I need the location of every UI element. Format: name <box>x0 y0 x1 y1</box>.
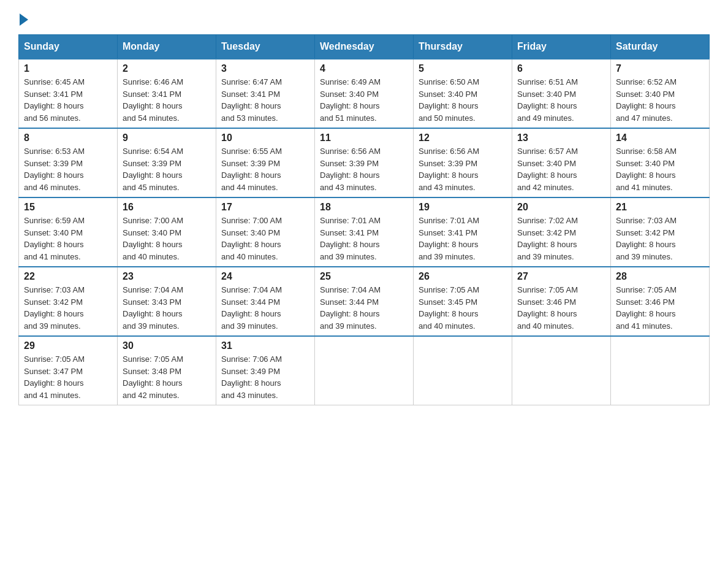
day-number: 3 <box>221 63 309 74</box>
day-info: Sunrise: 7:00 AMSunset: 3:40 PMDaylight:… <box>123 215 211 262</box>
day-info: Sunrise: 6:52 AMSunset: 3:40 PMDaylight:… <box>616 76 704 124</box>
week-row-1: 1Sunrise: 6:45 AMSunset: 3:41 PMDaylight… <box>19 59 710 128</box>
calendar-cell: 21Sunrise: 7:03 AMSunset: 3:42 PMDayligh… <box>611 197 710 267</box>
day-number: 19 <box>419 202 507 213</box>
day-info: Sunrise: 7:06 AMSunset: 3:49 PMDaylight:… <box>221 353 309 401</box>
calendar-cell <box>414 336 512 405</box>
day-number: 18 <box>320 202 408 213</box>
day-number: 21 <box>616 202 704 213</box>
calendar-cell: 6Sunrise: 6:51 AMSunset: 3:40 PMDaylight… <box>512 59 611 128</box>
day-info: Sunrise: 7:05 AMSunset: 3:47 PMDaylight:… <box>24 353 112 401</box>
calendar-cell: 25Sunrise: 7:04 AMSunset: 3:44 PMDayligh… <box>315 267 414 336</box>
calendar-cell: 29Sunrise: 7:05 AMSunset: 3:47 PMDayligh… <box>19 336 118 405</box>
day-info: Sunrise: 6:50 AMSunset: 3:40 PMDaylight:… <box>419 76 507 124</box>
day-number: 2 <box>123 63 211 74</box>
day-info: Sunrise: 6:55 AMSunset: 3:39 PMDaylight:… <box>221 145 309 193</box>
calendar-cell: 28Sunrise: 7:05 AMSunset: 3:46 PMDayligh… <box>611 267 710 336</box>
day-number: 11 <box>320 132 408 144</box>
day-info: Sunrise: 6:59 AMSunset: 3:40 PMDaylight:… <box>24 215 112 262</box>
week-row-4: 22Sunrise: 7:03 AMSunset: 3:42 PMDayligh… <box>19 267 710 336</box>
day-info: Sunrise: 6:46 AMSunset: 3:41 PMDaylight:… <box>123 76 211 124</box>
calendar-cell: 31Sunrise: 7:06 AMSunset: 3:49 PMDayligh… <box>216 336 315 405</box>
day-number: 23 <box>123 271 211 282</box>
calendar-cell: 27Sunrise: 7:05 AMSunset: 3:46 PMDayligh… <box>512 267 611 336</box>
day-number: 16 <box>123 202 211 213</box>
day-info: Sunrise: 6:58 AMSunset: 3:40 PMDaylight:… <box>616 145 704 193</box>
calendar-cell: 16Sunrise: 7:00 AMSunset: 3:40 PMDayligh… <box>118 197 216 267</box>
day-number: 27 <box>517 271 605 282</box>
calendar-cell: 26Sunrise: 7:05 AMSunset: 3:45 PMDayligh… <box>414 267 512 336</box>
weekday-header-thursday: Thursday <box>414 35 512 59</box>
logo <box>18 12 28 23</box>
day-info: Sunrise: 6:56 AMSunset: 3:39 PMDaylight:… <box>419 145 507 193</box>
day-number: 9 <box>123 132 211 144</box>
weekday-header-sunday: Sunday <box>19 35 118 59</box>
day-number: 22 <box>24 271 112 282</box>
calendar-cell: 8Sunrise: 6:53 AMSunset: 3:39 PMDaylight… <box>19 128 118 197</box>
calendar-table: SundayMondayTuesdayWednesdayThursdayFrid… <box>18 34 710 405</box>
day-number: 13 <box>517 132 605 144</box>
weekday-header-friday: Friday <box>512 35 611 59</box>
day-number: 6 <box>517 63 605 74</box>
weekday-header-wednesday: Wednesday <box>315 35 414 59</box>
day-info: Sunrise: 6:49 AMSunset: 3:40 PMDaylight:… <box>320 76 408 124</box>
week-row-3: 15Sunrise: 6:59 AMSunset: 3:40 PMDayligh… <box>19 197 710 267</box>
day-info: Sunrise: 7:04 AMSunset: 3:44 PMDaylight:… <box>320 284 408 332</box>
calendar-cell: 13Sunrise: 6:57 AMSunset: 3:40 PMDayligh… <box>512 128 611 197</box>
day-number: 17 <box>221 202 309 213</box>
day-info: Sunrise: 7:03 AMSunset: 3:42 PMDaylight:… <box>24 284 112 332</box>
calendar-cell: 9Sunrise: 6:54 AMSunset: 3:39 PMDaylight… <box>118 128 216 197</box>
day-info: Sunrise: 6:57 AMSunset: 3:40 PMDaylight:… <box>517 145 605 193</box>
calendar-cell: 7Sunrise: 6:52 AMSunset: 3:40 PMDaylight… <box>611 59 710 128</box>
day-info: Sunrise: 6:45 AMSunset: 3:41 PMDaylight:… <box>24 76 112 124</box>
calendar-cell <box>315 336 414 405</box>
day-number: 1 <box>24 63 112 74</box>
day-info: Sunrise: 6:47 AMSunset: 3:41 PMDaylight:… <box>221 76 309 124</box>
day-info: Sunrise: 7:03 AMSunset: 3:42 PMDaylight:… <box>616 215 704 262</box>
calendar-cell: 24Sunrise: 7:04 AMSunset: 3:44 PMDayligh… <box>216 267 315 336</box>
calendar-cell: 22Sunrise: 7:03 AMSunset: 3:42 PMDayligh… <box>19 267 118 336</box>
day-number: 24 <box>221 271 309 282</box>
calendar-cell: 5Sunrise: 6:50 AMSunset: 3:40 PMDaylight… <box>414 59 512 128</box>
day-info: Sunrise: 7:05 AMSunset: 3:48 PMDaylight:… <box>123 353 211 401</box>
day-number: 26 <box>419 271 507 282</box>
calendar-cell: 3Sunrise: 6:47 AMSunset: 3:41 PMDaylight… <box>216 59 315 128</box>
day-number: 29 <box>24 340 112 351</box>
day-info: Sunrise: 6:56 AMSunset: 3:39 PMDaylight:… <box>320 145 408 193</box>
calendar-cell: 14Sunrise: 6:58 AMSunset: 3:40 PMDayligh… <box>611 128 710 197</box>
day-info: Sunrise: 6:53 AMSunset: 3:39 PMDaylight:… <box>24 145 112 193</box>
day-number: 7 <box>616 63 704 74</box>
calendar-cell: 20Sunrise: 7:02 AMSunset: 3:42 PMDayligh… <box>512 197 611 267</box>
day-number: 28 <box>616 271 704 282</box>
day-info: Sunrise: 7:02 AMSunset: 3:42 PMDaylight:… <box>517 215 605 262</box>
day-info: Sunrise: 7:05 AMSunset: 3:45 PMDaylight:… <box>419 284 507 332</box>
day-number: 12 <box>419 132 507 144</box>
calendar-cell: 4Sunrise: 6:49 AMSunset: 3:40 PMDaylight… <box>315 59 414 128</box>
day-info: Sunrise: 6:54 AMSunset: 3:39 PMDaylight:… <box>123 145 211 193</box>
calendar-cell: 30Sunrise: 7:05 AMSunset: 3:48 PMDayligh… <box>118 336 216 405</box>
day-number: 25 <box>320 271 408 282</box>
day-info: Sunrise: 7:00 AMSunset: 3:40 PMDaylight:… <box>221 215 309 262</box>
calendar-cell: 18Sunrise: 7:01 AMSunset: 3:41 PMDayligh… <box>315 197 414 267</box>
day-number: 8 <box>24 132 112 144</box>
calendar-cell: 1Sunrise: 6:45 AMSunset: 3:41 PMDaylight… <box>19 59 118 128</box>
day-info: Sunrise: 7:05 AMSunset: 3:46 PMDaylight:… <box>517 284 605 332</box>
calendar-cell: 2Sunrise: 6:46 AMSunset: 3:41 PMDaylight… <box>118 59 216 128</box>
day-number: 4 <box>320 63 408 74</box>
day-info: Sunrise: 7:01 AMSunset: 3:41 PMDaylight:… <box>419 215 507 262</box>
calendar-cell <box>512 336 611 405</box>
weekday-header-row: SundayMondayTuesdayWednesdayThursdayFrid… <box>19 35 710 59</box>
calendar-cell: 17Sunrise: 7:00 AMSunset: 3:40 PMDayligh… <box>216 197 315 267</box>
day-number: 15 <box>24 202 112 213</box>
weekday-header-monday: Monday <box>118 35 216 59</box>
calendar-cell: 15Sunrise: 6:59 AMSunset: 3:40 PMDayligh… <box>19 197 118 267</box>
calendar-cell: 12Sunrise: 6:56 AMSunset: 3:39 PMDayligh… <box>414 128 512 197</box>
day-info: Sunrise: 7:04 AMSunset: 3:43 PMDaylight:… <box>123 284 211 332</box>
day-number: 14 <box>616 132 704 144</box>
day-number: 20 <box>517 202 605 213</box>
week-row-2: 8Sunrise: 6:53 AMSunset: 3:39 PMDaylight… <box>19 128 710 197</box>
weekday-header-tuesday: Tuesday <box>216 35 315 59</box>
day-info: Sunrise: 6:51 AMSunset: 3:40 PMDaylight:… <box>517 76 605 124</box>
day-number: 30 <box>123 340 211 351</box>
weekday-header-saturday: Saturday <box>611 35 710 59</box>
